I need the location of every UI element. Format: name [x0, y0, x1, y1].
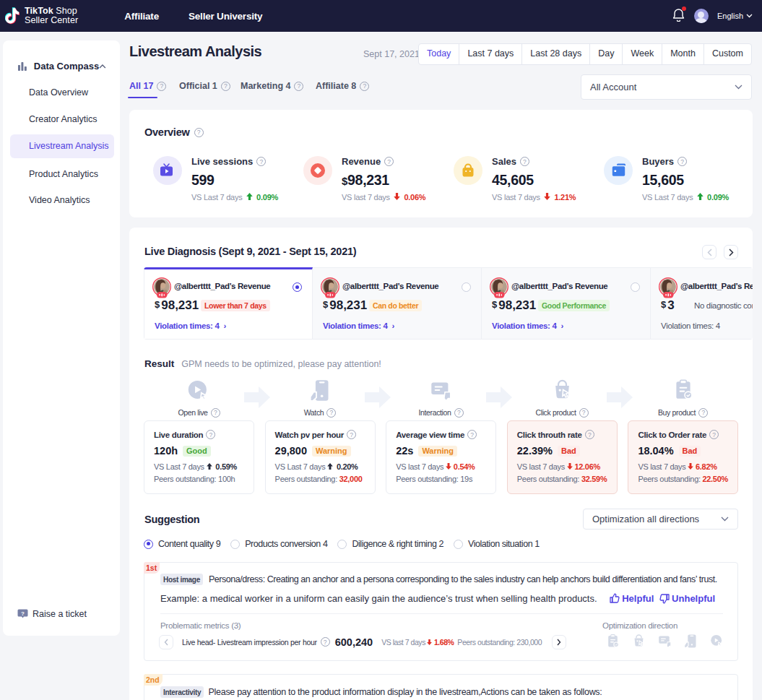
- svg-text:?: ?: [21, 610, 25, 617]
